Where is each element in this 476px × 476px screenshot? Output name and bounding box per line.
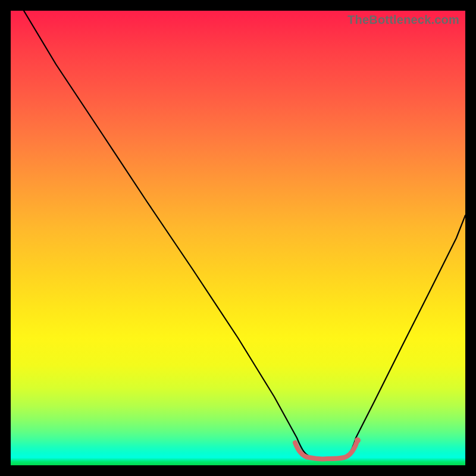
trough-marker (295, 441, 357, 459)
watermark-text: TheBottleneck.com (347, 13, 459, 27)
bottleneck-curve (11, 11, 465, 465)
trough-marker-dot (355, 437, 361, 443)
curve-path (24, 11, 465, 459)
chart-frame: TheBottleneck.com (11, 11, 465, 465)
